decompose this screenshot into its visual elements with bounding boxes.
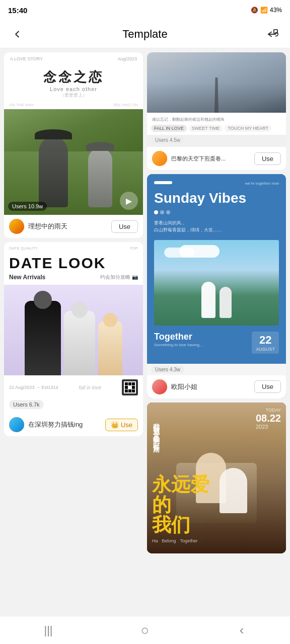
nav-back[interactable]: ‹ bbox=[229, 620, 254, 640]
header: Template bbox=[0, 20, 290, 48]
date-guide: 约会加分攻略 📷 bbox=[100, 274, 138, 281]
date-header-right: TOP bbox=[130, 246, 138, 251]
paris-photo bbox=[147, 52, 286, 113]
forever-date: 08.22 bbox=[256, 413, 281, 424]
date-look-card: DATE QUALITY TOP DATE LOOK New Arrivals … bbox=[4, 242, 143, 436]
love-divider-left: ON THE WAY bbox=[9, 103, 34, 107]
paris-tag-fall: FALL IN LOVE bbox=[151, 125, 187, 132]
sunday-date-month: AUGUST bbox=[256, 347, 275, 352]
crown-icon: 👑 bbox=[111, 421, 119, 429]
nav-menu[interactable]: ||| bbox=[36, 620, 61, 640]
forever-big-text: 永远爱的我们 bbox=[152, 475, 281, 535]
dot-2 bbox=[160, 210, 164, 214]
sunday-desc: 要看山间的风， 白山野莓香茵菇，绵绵，大笑…… bbox=[154, 219, 279, 234]
sunday-together-label: we're together now bbox=[245, 181, 279, 186]
sunday-users-badge: Users 4.3w bbox=[151, 366, 184, 373]
paris-description: 难以忘记，翻翻起舞的裙边和翘起的嘴角 bbox=[147, 113, 286, 125]
sunday-author-avatar bbox=[152, 379, 167, 394]
qr-code bbox=[122, 379, 138, 395]
forever-year: 2023 bbox=[256, 424, 281, 430]
love-subtitle2: （爱爱爱上） bbox=[8, 92, 139, 99]
love-use-button[interactable]: Use bbox=[111, 220, 138, 233]
paris-tag-sweet: SWEET TIME bbox=[189, 125, 223, 132]
date-photo bbox=[4, 285, 143, 375]
battery-label: 43% bbox=[270, 7, 282, 14]
bottom-nav: ||| ○ ‹ bbox=[0, 616, 290, 644]
forever-label-right: Together bbox=[180, 538, 198, 543]
paris-author-name: 巴黎的天空下煎蛋卷... bbox=[171, 155, 226, 163]
status-bar: 15:40 🔕 📶 43% bbox=[0, 0, 290, 20]
sunday-date-num: 22 bbox=[256, 334, 275, 347]
sunday-bar bbox=[154, 181, 172, 184]
signal-icon: 📶 bbox=[260, 7, 268, 14]
forever-photo: TODAY 08.22 2023 我们的遇见 从不经意的 一瞥开始 永远爱的我们… bbox=[147, 403, 286, 553]
love-users-badge: Users 10.9w bbox=[8, 202, 47, 211]
sunday-author-name: 欧阳小姐 bbox=[171, 382, 197, 391]
date-footer-date: 22 Aug/2023 → Est1314 bbox=[9, 385, 58, 390]
date-header-left: DATE QUALITY bbox=[9, 246, 38, 251]
love-author-name: 理想中的雨天 bbox=[28, 222, 67, 231]
forever-side-text: 我们的遇见 从不经意的 一瞥开始 bbox=[152, 418, 161, 443]
notification-icon: 🔕 bbox=[251, 7, 258, 14]
forever-today: TODAY bbox=[256, 408, 281, 413]
sunday-footer-desc: Something to love having... bbox=[154, 342, 203, 348]
paris-author-avatar bbox=[152, 151, 167, 166]
date-use-button[interactable]: 👑 Use bbox=[105, 419, 138, 431]
love-photo: Users 10.9w ▶ bbox=[4, 109, 143, 215]
nav-home[interactable]: ○ bbox=[132, 620, 158, 640]
sunday-use-button[interactable]: Use bbox=[254, 380, 281, 393]
love-card: A LOVE STORY Aug/2023 念念之恋 Love each oth… bbox=[4, 52, 143, 238]
love-subtitle: Love each other bbox=[8, 86, 139, 92]
forever-card: TODAY 08.22 2023 我们的遇见 从不经意的 一瞥开始 永远爱的我们… bbox=[147, 403, 286, 553]
paris-use-button[interactable]: Use bbox=[254, 152, 281, 165]
paris-users-badge: Users 4.5w bbox=[151, 136, 184, 144]
back-nav-icon: ‹ bbox=[240, 622, 244, 638]
right-column: 难以忘记，翻翻起舞的裙边和翘起的嘴角 FALL IN LOVE SWEET TI… bbox=[147, 52, 286, 553]
date-main-title: DATE LOOK bbox=[4, 253, 143, 274]
date-author-name: 在深圳努力搞钱ing bbox=[28, 420, 83, 429]
love-main-title: 念念之恋 bbox=[8, 68, 139, 86]
love-divider-right: RELYING ON bbox=[113, 103, 138, 107]
status-icons: 🔕 📶 43% bbox=[251, 7, 282, 14]
menu-icon: ||| bbox=[44, 624, 52, 637]
love-top-right: Aug/2023 bbox=[117, 56, 137, 61]
template-grid: A LOVE STORY Aug/2023 念念之恋 Love each oth… bbox=[0, 48, 290, 586]
forever-label-left: Ha bbox=[152, 538, 158, 543]
sunday-footer-title: Together bbox=[154, 332, 203, 342]
back-button[interactable] bbox=[8, 25, 26, 43]
date-users-badge: Users 6.7k bbox=[9, 400, 44, 409]
page-title: Template bbox=[26, 28, 264, 41]
home-icon: ○ bbox=[141, 622, 150, 638]
date-author-avatar bbox=[9, 417, 24, 432]
sunday-date-box: 22 AUGUST bbox=[252, 332, 279, 354]
forever-label-middle: Belong bbox=[162, 538, 176, 543]
date-footer-signature: fall in love bbox=[79, 385, 101, 390]
sunday-title: Sunday Vibes bbox=[154, 190, 279, 206]
love-top-left: A LOVE STORY bbox=[10, 56, 43, 61]
sunday-card: we're together now Sunday Vibes 要看山间的风， … bbox=[147, 174, 286, 398]
date-new-arrivals: New Arrivals bbox=[9, 274, 45, 281]
share-button[interactable] bbox=[264, 25, 282, 43]
paris-card: 难以忘记，翻翻起舞的裙边和翘起的嘴角 FALL IN LOVE SWEET TI… bbox=[147, 52, 286, 170]
paris-tag-touch: TOUCH MY HEART bbox=[225, 125, 271, 132]
left-column: A LOVE STORY Aug/2023 念念之恋 Love each oth… bbox=[4, 52, 143, 553]
love-play-button[interactable]: ▶ bbox=[120, 192, 138, 210]
status-time: 15:40 bbox=[8, 6, 27, 15]
dot-1 bbox=[154, 210, 158, 214]
love-author-avatar bbox=[9, 219, 24, 234]
sunday-photo bbox=[154, 240, 279, 326]
dot-3 bbox=[166, 210, 170, 214]
